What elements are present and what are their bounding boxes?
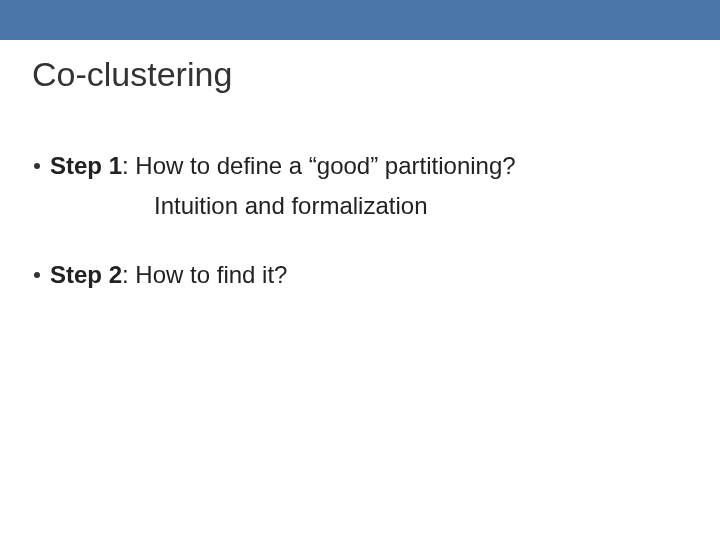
bullet-label: Step 1	[50, 152, 122, 179]
bullet-rest: : How to find it?	[122, 261, 287, 288]
slide: Co-clustering Step 1: How to define a “g…	[0, 0, 720, 540]
bullet-text: Step 2: How to find it?	[50, 259, 287, 291]
bullet-label: Step 2	[50, 261, 122, 288]
bullet-item: Step 2: How to find it?	[34, 259, 686, 291]
slide-content: Step 1: How to define a “good” partition…	[34, 150, 686, 299]
bullet-subtext: Intuition and formalization	[154, 190, 686, 222]
bullet-dot-icon	[34, 163, 40, 169]
top-accent-bar	[0, 0, 720, 40]
bullet-item: Step 1: How to define a “good” partition…	[34, 150, 686, 182]
bullet-rest: : How to define a “good” partitioning?	[122, 152, 516, 179]
slide-title: Co-clustering	[32, 55, 232, 94]
bullet-text: Step 1: How to define a “good” partition…	[50, 150, 516, 182]
bullet-dot-icon	[34, 272, 40, 278]
